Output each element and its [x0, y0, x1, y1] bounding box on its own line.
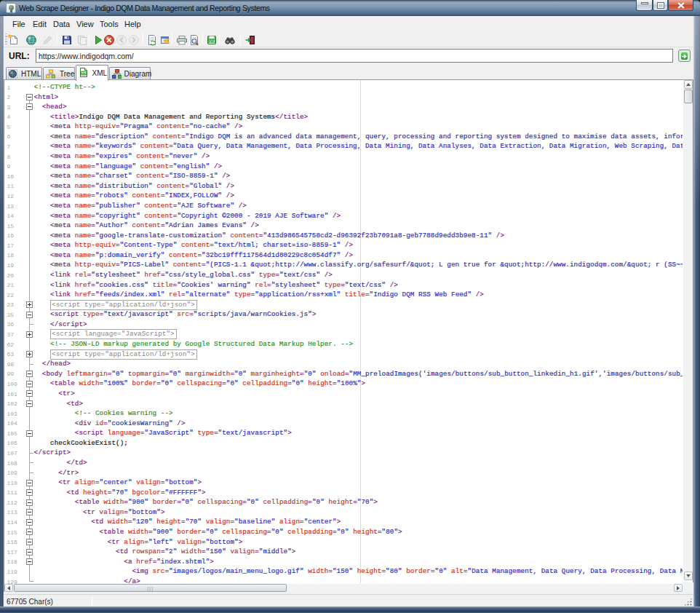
- svg-text:XML: XML: [81, 71, 86, 74]
- svg-text:XML: XML: [208, 40, 215, 44]
